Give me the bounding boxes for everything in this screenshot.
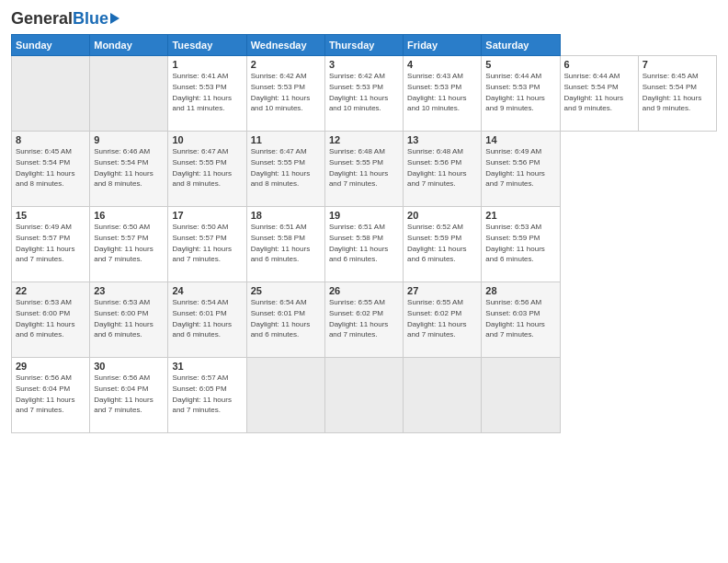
day-info: Sunrise: 6:45 AMSunset: 5:54 PMDaylight:… bbox=[643, 72, 701, 112]
day-number: 23 bbox=[94, 285, 164, 296]
calendar-cell: 16Sunrise: 6:50 AMSunset: 5:57 PMDayligh… bbox=[90, 207, 168, 282]
calendar-cell: 19Sunrise: 6:51 AMSunset: 5:58 PMDayligh… bbox=[324, 207, 403, 282]
header-cell-wednesday: Wednesday bbox=[246, 35, 324, 56]
calendar-cell bbox=[12, 56, 90, 132]
day-info: Sunrise: 6:45 AMSunset: 5:54 PMDaylight:… bbox=[16, 147, 74, 188]
calendar-cell bbox=[404, 358, 482, 433]
day-info: Sunrise: 6:42 AMSunset: 5:53 PMDaylight:… bbox=[251, 72, 310, 112]
day-number: 25 bbox=[251, 285, 321, 296]
day-info: Sunrise: 6:43 AMSunset: 5:53 PMDaylight:… bbox=[407, 72, 466, 112]
day-number: 3 bbox=[329, 59, 399, 70]
calendar-cell bbox=[246, 358, 324, 433]
calendar-cell: 6Sunrise: 6:44 AMSunset: 5:54 PMDaylight… bbox=[560, 56, 638, 132]
calendar-table: SundayMondayTuesdayWednesdayThursdayFrid… bbox=[11, 34, 717, 433]
day-info: Sunrise: 6:55 AMSunset: 6:02 PMDaylight:… bbox=[407, 298, 466, 339]
day-number: 8 bbox=[16, 134, 85, 145]
page-container: General Blue SundayMondayTuesdayWednesda… bbox=[0, 0, 728, 441]
day-info: Sunrise: 6:52 AMSunset: 5:59 PMDaylight:… bbox=[407, 223, 466, 263]
day-number: 20 bbox=[407, 210, 477, 221]
day-info: Sunrise: 6:53 AMSunset: 6:00 PMDaylight:… bbox=[16, 298, 74, 339]
day-number: 26 bbox=[329, 285, 399, 296]
day-info: Sunrise: 6:41 AMSunset: 5:53 PMDaylight:… bbox=[172, 72, 231, 112]
day-info: Sunrise: 6:57 AMSunset: 6:05 PMDaylight:… bbox=[172, 373, 231, 414]
day-number: 5 bbox=[485, 59, 555, 70]
calendar-cell: 15Sunrise: 6:49 AMSunset: 5:57 PMDayligh… bbox=[12, 207, 90, 282]
header-cell-sunday: Sunday bbox=[12, 35, 90, 56]
day-info: Sunrise: 6:51 AMSunset: 5:58 PMDaylight:… bbox=[251, 223, 310, 263]
day-info: Sunrise: 6:56 AMSunset: 6:03 PMDaylight:… bbox=[485, 298, 544, 339]
day-info: Sunrise: 6:48 AMSunset: 5:56 PMDaylight:… bbox=[407, 147, 466, 188]
day-number: 27 bbox=[407, 285, 477, 296]
calendar-cell: 24Sunrise: 6:54 AMSunset: 6:01 PMDayligh… bbox=[168, 282, 246, 358]
calendar-cell: 7Sunrise: 6:45 AMSunset: 5:54 PMDaylight… bbox=[638, 56, 716, 132]
calendar-cell: 21Sunrise: 6:53 AMSunset: 5:59 PMDayligh… bbox=[482, 207, 560, 282]
day-info: Sunrise: 6:56 AMSunset: 6:04 PMDaylight:… bbox=[16, 373, 74, 414]
day-info: Sunrise: 6:50 AMSunset: 5:57 PMDaylight:… bbox=[94, 223, 153, 263]
header-cell-tuesday: Tuesday bbox=[168, 35, 246, 56]
calendar-cell: 2Sunrise: 6:42 AMSunset: 5:53 PMDaylight… bbox=[246, 56, 324, 132]
day-number: 1 bbox=[172, 59, 242, 70]
day-number: 22 bbox=[16, 285, 85, 296]
calendar-cell: 13Sunrise: 6:48 AMSunset: 5:56 PMDayligh… bbox=[404, 132, 482, 207]
calendar-cell: 17Sunrise: 6:50 AMSunset: 5:57 PMDayligh… bbox=[168, 207, 246, 282]
day-number: 6 bbox=[564, 59, 634, 70]
day-number: 4 bbox=[407, 59, 477, 70]
day-number: 15 bbox=[16, 210, 85, 221]
calendar-cell: 31Sunrise: 6:57 AMSunset: 6:05 PMDayligh… bbox=[168, 358, 246, 433]
calendar-cell: 1Sunrise: 6:41 AMSunset: 5:53 PMDaylight… bbox=[168, 56, 246, 132]
day-number: 7 bbox=[643, 59, 712, 70]
header-cell-friday: Friday bbox=[404, 35, 482, 56]
calendar-cell: 30Sunrise: 6:56 AMSunset: 6:04 PMDayligh… bbox=[90, 358, 168, 433]
day-number: 11 bbox=[251, 134, 321, 145]
calendar-cell: 23Sunrise: 6:53 AMSunset: 6:00 PMDayligh… bbox=[90, 282, 168, 358]
day-info: Sunrise: 6:48 AMSunset: 5:55 PMDaylight:… bbox=[329, 147, 388, 188]
day-number: 19 bbox=[329, 210, 399, 221]
calendar-cell: 8Sunrise: 6:45 AMSunset: 5:54 PMDaylight… bbox=[12, 132, 90, 207]
header: General Blue bbox=[11, 9, 717, 29]
day-number: 24 bbox=[172, 285, 242, 296]
logo: General Blue bbox=[11, 9, 119, 29]
calendar-header-row: SundayMondayTuesdayWednesdayThursdayFrid… bbox=[12, 35, 717, 56]
day-info: Sunrise: 6:46 AMSunset: 5:54 PMDaylight:… bbox=[94, 147, 153, 188]
calendar-week-row-2: 15Sunrise: 6:49 AMSunset: 5:57 PMDayligh… bbox=[12, 207, 717, 282]
day-info: Sunrise: 6:51 AMSunset: 5:58 PMDaylight:… bbox=[329, 223, 388, 263]
calendar-cell: 26Sunrise: 6:55 AMSunset: 6:02 PMDayligh… bbox=[324, 282, 403, 358]
calendar-week-row-4: 29Sunrise: 6:56 AMSunset: 6:04 PMDayligh… bbox=[12, 358, 717, 433]
day-info: Sunrise: 6:53 AMSunset: 6:00 PMDaylight:… bbox=[94, 298, 153, 339]
day-info: Sunrise: 6:53 AMSunset: 5:59 PMDaylight:… bbox=[485, 223, 544, 263]
day-number: 29 bbox=[16, 361, 85, 372]
day-info: Sunrise: 6:54 AMSunset: 6:01 PMDaylight:… bbox=[172, 298, 231, 339]
calendar-cell: 5Sunrise: 6:44 AMSunset: 5:53 PMDaylight… bbox=[482, 56, 560, 132]
calendar-cell: 22Sunrise: 6:53 AMSunset: 6:00 PMDayligh… bbox=[12, 282, 90, 358]
calendar-cell bbox=[324, 358, 403, 433]
day-info: Sunrise: 6:47 AMSunset: 5:55 PMDaylight:… bbox=[172, 147, 231, 188]
calendar-week-row-3: 22Sunrise: 6:53 AMSunset: 6:00 PMDayligh… bbox=[12, 282, 717, 358]
header-cell-thursday: Thursday bbox=[324, 35, 403, 56]
day-number: 14 bbox=[485, 134, 555, 145]
calendar-cell: 27Sunrise: 6:55 AMSunset: 6:02 PMDayligh… bbox=[404, 282, 482, 358]
day-info: Sunrise: 6:55 AMSunset: 6:02 PMDaylight:… bbox=[329, 298, 388, 339]
calendar-cell: 14Sunrise: 6:49 AMSunset: 5:56 PMDayligh… bbox=[482, 132, 560, 207]
day-number: 31 bbox=[172, 361, 242, 372]
calendar-cell: 25Sunrise: 6:54 AMSunset: 6:01 PMDayligh… bbox=[246, 282, 324, 358]
day-number: 16 bbox=[94, 210, 164, 221]
calendar-cell: 10Sunrise: 6:47 AMSunset: 5:55 PMDayligh… bbox=[168, 132, 246, 207]
day-info: Sunrise: 6:54 AMSunset: 6:01 PMDaylight:… bbox=[251, 298, 310, 339]
day-number: 17 bbox=[172, 210, 242, 221]
calendar-cell bbox=[90, 56, 168, 132]
day-info: Sunrise: 6:49 AMSunset: 5:57 PMDaylight:… bbox=[16, 223, 74, 263]
logo-general-text: General bbox=[11, 9, 73, 29]
header-cell-saturday: Saturday bbox=[482, 35, 560, 56]
calendar-cell: 29Sunrise: 6:56 AMSunset: 6:04 PMDayligh… bbox=[12, 358, 90, 433]
calendar-cell: 28Sunrise: 6:56 AMSunset: 6:03 PMDayligh… bbox=[482, 282, 560, 358]
day-info: Sunrise: 6:44 AMSunset: 5:53 PMDaylight:… bbox=[485, 72, 544, 112]
day-info: Sunrise: 6:50 AMSunset: 5:57 PMDaylight:… bbox=[172, 223, 231, 263]
day-number: 9 bbox=[94, 134, 164, 145]
day-info: Sunrise: 6:49 AMSunset: 5:56 PMDaylight:… bbox=[485, 147, 544, 188]
day-number: 13 bbox=[407, 134, 477, 145]
calendar-week-row-0: 1Sunrise: 6:41 AMSunset: 5:53 PMDaylight… bbox=[12, 56, 717, 132]
calendar-cell: 18Sunrise: 6:51 AMSunset: 5:58 PMDayligh… bbox=[246, 207, 324, 282]
calendar-cell: 20Sunrise: 6:52 AMSunset: 5:59 PMDayligh… bbox=[404, 207, 482, 282]
day-number: 21 bbox=[485, 210, 555, 221]
day-number: 18 bbox=[251, 210, 321, 221]
